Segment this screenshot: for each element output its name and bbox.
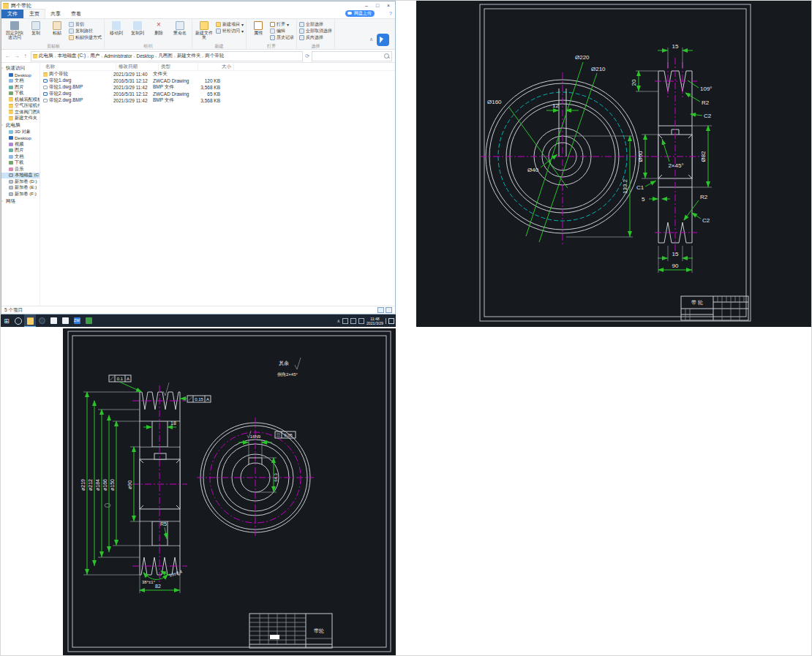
- taskbar-zwcad[interactable]: ZW: [71, 314, 83, 327]
- easy-access-button[interactable]: 轻松访问 ▾: [216, 28, 244, 34]
- sidebar-item-videos[interactable]: 视频: [1, 141, 40, 148]
- sidebar-item-pinned-folder-1[interactable]: 机械装配模板配置: [1, 97, 40, 103]
- tray-icon[interactable]: [350, 318, 356, 324]
- breadcrumb-current[interactable]: 两个带轮: [204, 53, 225, 59]
- sidebar-item-music[interactable]: 音乐: [1, 166, 40, 173]
- tab-view[interactable]: 查看: [66, 10, 86, 18]
- select-all-button[interactable]: 全部选择: [299, 21, 332, 27]
- breadcrumb-users[interactable]: 用户: [89, 53, 100, 59]
- minimize-button[interactable]: –: [361, 2, 372, 10]
- sidebar-item-desktop[interactable]: Desktop: [1, 72, 40, 78]
- sidebar-this-pc[interactable]: 此电脑: [1, 121, 40, 129]
- sidebar-item-volume-f[interactable]: 新加卷 (F:): [1, 191, 40, 197]
- sidebar-item-pc-desktop[interactable]: Desktop: [1, 135, 40, 142]
- videos-icon: [9, 143, 13, 146]
- file-row[interactable]: 带轮2.dwg 2016/5/31 12:12 ZWCAD Drawing 65…: [43, 91, 395, 97]
- breadcrumb-administrator[interactable]: Administrator: [103, 53, 132, 59]
- thumbnail-view-icon[interactable]: [386, 307, 392, 313]
- maximize-button[interactable]: □: [372, 2, 383, 10]
- refresh-icon[interactable]: ⟳: [305, 53, 309, 59]
- copy-path-button[interactable]: 复制路径: [69, 28, 102, 34]
- copy-to-button[interactable]: 复制到: [128, 20, 147, 35]
- sidebar-item-documents[interactable]: 文档: [1, 78, 40, 85]
- help-icon[interactable]: ?: [389, 11, 392, 16]
- sidebar-item-volume-e[interactable]: 新加卷 (E:): [1, 185, 40, 192]
- invert-selection-button[interactable]: 反向选择: [299, 34, 332, 40]
- tab-home[interactable]: 主页: [23, 9, 45, 18]
- search-taskbar-icon[interactable]: [12, 314, 24, 327]
- cloud-upload-button[interactable]: 网盘上传: [345, 10, 375, 17]
- details-view-icon[interactable]: [377, 307, 384, 313]
- dwg-file-icon: [43, 92, 48, 96]
- edit-button[interactable]: 编辑: [270, 28, 294, 34]
- sidebar-item-volume-d[interactable]: 新加卷 (D:): [1, 178, 40, 185]
- breadcrumb-desktop[interactable]: Desktop: [135, 53, 154, 59]
- sidebar-item-pinned-folder-3[interactable]: 立体阀门图纸E: [1, 109, 40, 116]
- rename-button[interactable]: 重命名: [170, 20, 189, 35]
- sidebar-item-pictures[interactable]: 图片: [1, 84, 40, 91]
- up-icon[interactable]: ↑: [22, 53, 29, 59]
- sidebar-item-pinned-folder-2[interactable]: 空气压缩机传动件: [1, 103, 40, 110]
- downloads-icon: [9, 161, 13, 165]
- new-folder-button[interactable]: 新建文件夹: [195, 20, 214, 39]
- easy-access-icon: [216, 29, 221, 34]
- tab-share[interactable]: 共享: [45, 10, 66, 18]
- ribbon-group-clipboard: 固定到快速访问 复制 粘贴 剪切 复制路径 粘贴快捷方式: [3, 20, 105, 49]
- column-date[interactable]: 修改日期: [116, 63, 159, 70]
- breadcrumb-this-pc[interactable]: 此电脑: [38, 53, 54, 59]
- pin-to-quick-access-button[interactable]: 固定到快速访问: [5, 20, 24, 39]
- tab-file[interactable]: 文件: [1, 10, 23, 18]
- delete-button[interactable]: × 删除: [149, 20, 168, 35]
- notification-icon[interactable]: [386, 318, 394, 324]
- search-input[interactable]: [312, 51, 392, 61]
- file-row[interactable]: 两个带轮 2021/3/29 11:40 文件夹: [43, 71, 395, 78]
- sidebar-item-pc-downloads[interactable]: 下载: [1, 160, 40, 167]
- runout-tolerance-frame-1: 0.1 A: [109, 375, 142, 392]
- paste-button[interactable]: 粘贴: [48, 20, 67, 35]
- breadcrumb[interactable]: 此电脑› 本地磁盘 (C:)› 用户› Administrator› Deskt…: [31, 51, 303, 61]
- sidebar-item-downloads[interactable]: 下载: [1, 91, 40, 97]
- select-none-button[interactable]: 全部取消选择: [299, 28, 332, 34]
- sidebar-item-pc-pictures[interactable]: 图片: [1, 148, 40, 154]
- sidebar-quick-access[interactable]: 快速访问: [1, 64, 40, 72]
- tray-icon[interactable]: [358, 318, 364, 324]
- dim-keyway-16: 16N9: [250, 434, 261, 439]
- file-row[interactable]: 带轮2.dwg.BMP 2021/3/29 11:42 BMP 文件 3,568…: [43, 97, 395, 104]
- tray-icon[interactable]: [342, 318, 348, 324]
- new-item-button[interactable]: 新建项目 ▾: [216, 21, 244, 27]
- tray-expand-icon[interactable]: ∧: [337, 318, 340, 323]
- breadcrumb-new-folder[interactable]: 新建文件夹: [176, 53, 202, 59]
- column-name[interactable]: 名称: [43, 63, 116, 70]
- taskbar-browser[interactable]: [36, 314, 48, 327]
- taskbar-document-1[interactable]: [48, 314, 59, 327]
- history-button[interactable]: 历史记录: [270, 34, 294, 40]
- sidebar-item-local-disk-c[interactable]: 本地磁盘 (C:): [1, 173, 40, 179]
- breadcrumb-fanhuatu[interactable]: 凡画图: [157, 53, 173, 59]
- sidebar-network[interactable]: 网络: [1, 197, 40, 205]
- breadcrumb-c-drive[interactable]: 本地磁盘 (C:): [57, 53, 87, 59]
- back-icon[interactable]: ←: [4, 53, 11, 59]
- properties-button[interactable]: 属性: [249, 20, 268, 35]
- file-row[interactable]: 带轮1.dwg 2016/5/31 12:12 ZWCAD Drawing 12…: [43, 78, 395, 84]
- symmetry-tolerance-frame: 0.05: [275, 431, 296, 438]
- close-button[interactable]: ×: [383, 2, 394, 10]
- open-button[interactable]: 打开 ▾: [270, 21, 294, 27]
- taskbar-document-2[interactable]: [59, 314, 71, 327]
- collapse-ribbon-icon[interactable]: ∧: [369, 37, 373, 42]
- bird-shield-logo[interactable]: [377, 34, 389, 46]
- sidebar-item-pc-documents[interactable]: 文档: [1, 154, 40, 160]
- file-row[interactable]: 带轮1.dwg.BMP 2021/3/29 11:42 BMP 文件 3,568…: [43, 84, 395, 91]
- sidebar-item-pinned-folder-4[interactable]: 新建文件夹: [1, 116, 40, 122]
- clock[interactable]: 11:48 2021/3/29: [366, 317, 383, 325]
- forward-icon[interactable]: →: [13, 53, 20, 59]
- cut-button[interactable]: 剪切: [69, 21, 102, 27]
- taskbar-green-app[interactable]: [83, 314, 94, 327]
- column-type[interactable]: 类型: [159, 63, 198, 70]
- start-button[interactable]: ⊞: [1, 314, 12, 327]
- copy-button[interactable]: 复制: [26, 20, 45, 35]
- taskbar-file-explorer[interactable]: [24, 314, 36, 327]
- paste-shortcut-button[interactable]: 粘贴快捷方式: [69, 34, 102, 40]
- column-size[interactable]: 大小: [198, 63, 234, 70]
- sidebar-item-3d-objects[interactable]: 3D 对象: [1, 129, 40, 135]
- move-to-button[interactable]: 移动到: [107, 20, 126, 35]
